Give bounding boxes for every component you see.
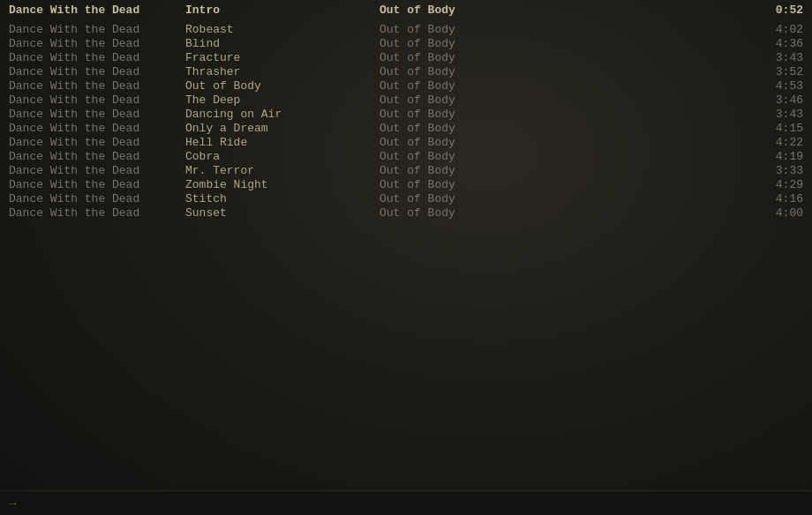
track-album: Out of Body [380,178,750,192]
track-title: Zombie Night [185,178,380,192]
track-artist: Dance With the Dead [9,136,185,150]
track-rows-container: Dance With the DeadRobeastOut of Body4:0… [0,23,812,220]
track-album: Out of Body [380,51,750,65]
track-duration: 3:43 [750,51,803,65]
track-title: Fracture [185,51,380,65]
track-duration: 4:19 [750,150,803,164]
track-row[interactable]: Dance With the DeadCobraOut of Body4:19 [0,150,812,164]
track-duration: 4:29 [750,178,803,192]
track-title: Sunset [185,206,380,220]
track-album: Out of Body [380,192,750,206]
track-duration: 4:00 [750,206,803,220]
track-row[interactable]: Dance With the DeadRobeastOut of Body4:0… [0,23,812,37]
track-artist: Dance With the Dead [9,79,185,93]
track-album: Out of Body [380,93,750,108]
track-title: Mr. Terror [185,164,380,178]
track-artist: Dance With the Dead [9,178,185,192]
track-row[interactable]: Dance With the DeadStitchOut of Body4:16 [0,192,812,206]
track-row[interactable]: Dance With the DeadBlindOut of Body4:36 [0,37,812,51]
track-title: The Deep [185,93,380,108]
track-title: Thrasher [185,65,380,79]
track-row[interactable]: Dance With the DeadOnly a DreamOut of Bo… [0,122,812,136]
track-row[interactable]: Dance With the DeadSunsetOut of Body4:00 [0,206,812,220]
track-duration: 4:16 [750,192,803,206]
track-album: Out of Body [380,37,750,51]
track-row[interactable]: Dance With the DeadThrasherOut of Body3:… [0,65,812,79]
track-title: Dancing on Air [185,108,380,122]
track-row[interactable]: Dance With the DeadMr. TerrorOut of Body… [0,164,812,178]
track-artist: Dance With the Dead [9,23,185,37]
arrow-icon: → [9,496,16,511]
track-album: Out of Body [380,122,750,136]
track-title: Cobra [185,150,380,164]
track-list-header: Dance With the Dead Intro Out of Body 0:… [0,4,812,18]
track-artist: Dance With the Dead [9,51,185,65]
track-album: Out of Body [380,65,750,79]
track-row[interactable]: Dance With the DeadDancing on AirOut of … [0,108,812,122]
track-album: Out of Body [380,23,750,37]
header-title: Intro [185,4,380,18]
header-duration: 0:52 [750,4,803,18]
track-artist: Dance With the Dead [9,192,185,206]
track-album: Out of Body [380,79,750,93]
track-title: Only a Dream [185,122,380,136]
track-duration: 3:43 [750,108,803,122]
track-row[interactable]: Dance With the DeadThe DeepOut of Body3:… [0,93,812,108]
track-row[interactable]: Dance With the DeadHell RideOut of Body4… [0,136,812,150]
track-artist: Dance With the Dead [9,93,185,108]
track-album: Out of Body [380,206,750,220]
track-album: Out of Body [380,164,750,178]
track-artist: Dance With the Dead [9,164,185,178]
track-album: Out of Body [380,108,750,122]
bottom-bar: → [0,490,812,515]
track-artist: Dance With the Dead [9,65,185,79]
track-artist: Dance With the Dead [9,122,185,136]
header-album: Out of Body [380,4,750,18]
track-title: Robeast [185,23,380,37]
track-duration: 4:36 [750,37,803,51]
track-artist: Dance With the Dead [9,206,185,220]
track-artist: Dance With the Dead [9,108,185,122]
track-title: Stitch [185,192,380,206]
track-duration: 4:22 [750,136,803,150]
track-album: Out of Body [380,150,750,164]
track-duration: 4:15 [750,122,803,136]
track-title: Blind [185,37,380,51]
track-duration: 3:46 [750,93,803,108]
header-artist: Dance With the Dead [9,4,185,18]
track-row[interactable]: Dance With the DeadOut of BodyOut of Bod… [0,79,812,93]
track-row[interactable]: Dance With the DeadZombie NightOut of Bo… [0,178,812,192]
track-duration: 4:53 [750,79,803,93]
track-duration: 3:52 [750,65,803,79]
track-title: Hell Ride [185,136,380,150]
track-artist: Dance With the Dead [9,37,185,51]
track-list: Dance With the Dead Intro Out of Body 0:… [0,0,812,23]
track-album: Out of Body [380,136,750,150]
track-row[interactable]: Dance With the DeadFractureOut of Body3:… [0,51,812,65]
track-duration: 3:33 [750,164,803,178]
track-artist: Dance With the Dead [9,150,185,164]
track-duration: 4:02 [750,23,803,37]
track-title: Out of Body [185,79,380,93]
